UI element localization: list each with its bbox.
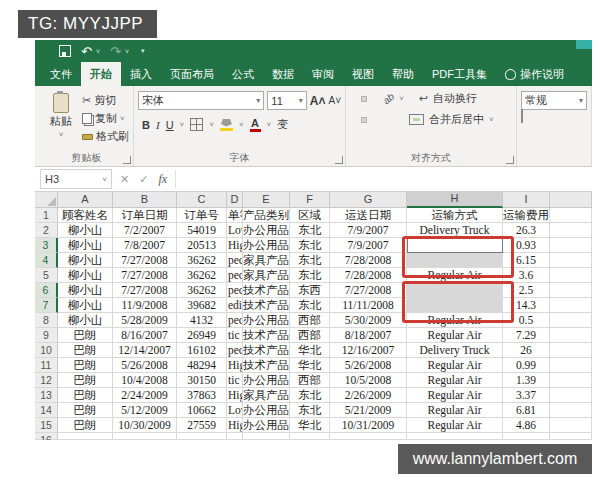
cell-E3[interactable]: 办公用品 xyxy=(243,238,290,253)
cell-C8[interactable]: 4132 xyxy=(177,313,227,328)
cell-D7[interactable]: ediu xyxy=(227,298,243,313)
row-header-5[interactable]: 5 xyxy=(35,268,58,283)
row-header-13[interactable]: 13 xyxy=(35,388,58,403)
cell-H4[interactable] xyxy=(407,253,503,268)
cell-E5[interactable]: 家具产品 xyxy=(243,268,290,283)
cell-A16[interactable] xyxy=(58,433,113,440)
column-header-B[interactable]: B xyxy=(113,192,177,208)
redo-dropdown-icon[interactable]: ˅ xyxy=(125,48,129,55)
tab-开始[interactable]: 开始 xyxy=(81,62,121,86)
row-header-12[interactable]: 12 xyxy=(35,373,58,388)
cell-H2[interactable]: Delivery Truck xyxy=(407,223,503,238)
cell-G1[interactable]: 运送日期 xyxy=(330,208,407,223)
tab-页面布局[interactable]: 页面布局 xyxy=(161,62,223,86)
borders-button[interactable] xyxy=(190,118,203,131)
cell-H1[interactable]: 运输方式 xyxy=(407,208,503,223)
cell-I6[interactable]: 2.5 xyxy=(503,283,550,298)
cell-B14[interactable]: 5/12/2009 xyxy=(113,403,177,418)
cell-G2[interactable]: 7/9/2007 xyxy=(330,223,407,238)
cell-C10[interactable]: 16102 xyxy=(177,343,227,358)
font-name-combo[interactable]: 宋体 ▾ xyxy=(138,91,264,110)
cell-H12[interactable]: Regular Air xyxy=(407,373,503,388)
cell-A7[interactable]: 柳小山 xyxy=(58,298,113,313)
cell-E4[interactable]: 家具产品 xyxy=(243,253,290,268)
row-header-10[interactable]: 10 xyxy=(35,343,58,358)
column-header-E[interactable]: E xyxy=(243,192,290,208)
row-header-11[interactable]: 11 xyxy=(35,358,58,373)
cell-C16[interactable] xyxy=(177,433,227,440)
cell-E7[interactable]: 技术产品 xyxy=(243,298,290,313)
cell-H8[interactable]: Regular Air xyxy=(407,313,503,328)
cell-I3[interactable]: 0.93 xyxy=(503,238,550,253)
cell-I5[interactable]: 3.6 xyxy=(503,268,550,283)
orientation-button[interactable]: ab xyxy=(381,91,397,107)
cell-I13[interactable]: 3.37 xyxy=(503,388,550,403)
cell-G7[interactable]: 11/11/2008 xyxy=(330,298,407,313)
undo-dropdown-icon[interactable]: ˅ xyxy=(96,48,100,55)
cell-B12[interactable]: 10/4/2008 xyxy=(113,373,177,388)
cell-G6[interactable]: 7/27/2008 xyxy=(330,283,407,298)
save-icon[interactable] xyxy=(59,45,71,57)
tab-文件[interactable]: 文件 xyxy=(41,62,81,86)
cell-F4[interactable]: 东北 xyxy=(290,253,330,268)
cell-C6[interactable]: 36262 xyxy=(177,283,227,298)
cell-C2[interactable]: 54019 xyxy=(177,223,227,238)
align-middle-button[interactable] xyxy=(361,96,367,102)
cell-G12[interactable]: 10/5/2008 xyxy=(330,373,407,388)
shrink-font-button[interactable]: A˅ xyxy=(328,95,341,106)
cell-B13[interactable]: 2/24/2009 xyxy=(113,388,177,403)
paste-button[interactable]: 粘贴 ˅ xyxy=(44,91,78,152)
align-top-button[interactable] xyxy=(350,96,356,102)
cell-I8[interactable]: 0.5 xyxy=(503,313,550,328)
cell-G16[interactable] xyxy=(330,433,407,440)
cell-E2[interactable]: 办公用品 xyxy=(243,223,290,238)
cell-E11[interactable]: 技术产品 xyxy=(243,358,290,373)
cell-D14[interactable]: Low xyxy=(227,403,243,418)
cell-D2[interactable]: Low xyxy=(227,223,243,238)
cell-E14[interactable]: 办公用品 xyxy=(243,403,290,418)
cell-F16[interactable] xyxy=(290,433,330,440)
borders-dropdown-icon[interactable]: ˅ xyxy=(209,120,214,129)
column-header-D[interactable]: D xyxy=(227,192,243,208)
underline-dropdown-icon[interactable]: ˅ xyxy=(180,120,185,129)
cell-I16[interactable] xyxy=(503,433,550,440)
cell-F15[interactable]: 华北 xyxy=(290,418,330,433)
cell-I2[interactable]: 26.3 xyxy=(503,223,550,238)
row-header-3[interactable]: 3 xyxy=(35,238,58,253)
tab-数据[interactable]: 数据 xyxy=(263,62,303,86)
font-name-dropdown-icon[interactable]: ▾ xyxy=(256,96,260,105)
cell-D4[interactable]: pec xyxy=(227,253,243,268)
fill-color-button[interactable] xyxy=(220,119,233,131)
grow-font-button[interactable]: A˄ xyxy=(310,94,326,108)
cell-H6[interactable] xyxy=(407,283,503,298)
cell-D8[interactable]: pec xyxy=(227,313,243,328)
italic-button[interactable]: I xyxy=(156,119,160,131)
copy-button[interactable]: 复制 ˅ xyxy=(82,111,129,126)
cell-A8[interactable]: 柳小山 xyxy=(58,313,113,328)
cell-A9[interactable]: 巴朗 xyxy=(58,328,113,343)
cell-I1[interactable]: 运输费用 xyxy=(503,208,550,223)
cell-E8[interactable]: 办公用品 xyxy=(243,313,290,328)
tab-审阅[interactable]: 审阅 xyxy=(303,62,343,86)
tab-视图[interactable]: 视图 xyxy=(343,62,383,86)
merge-center-button[interactable]: 合并后居中 xyxy=(429,112,484,127)
copy-dropdown-icon[interactable]: ˅ xyxy=(120,114,125,123)
cell-H9[interactable]: Regular Air xyxy=(407,328,503,343)
cell-I14[interactable]: 6.81 xyxy=(503,403,550,418)
number-format-combo[interactable]: 常规 ▾ xyxy=(521,91,587,110)
cell-G3[interactable]: 7/9/2007 xyxy=(330,238,407,253)
row-header-16[interactable]: 16 xyxy=(35,433,58,440)
cell-C9[interactable]: 26949 xyxy=(177,328,227,343)
cell-H14[interactable]: Regular Air xyxy=(407,403,503,418)
column-header-G[interactable]: G xyxy=(330,192,407,208)
cell-F1[interactable]: 区域 xyxy=(290,208,330,223)
column-header-I[interactable]: I xyxy=(503,192,550,208)
paste-dropdown-icon[interactable]: ˅ xyxy=(59,130,64,139)
undo-button[interactable]: ↶ xyxy=(81,44,92,59)
decrease-indent-button[interactable] xyxy=(383,117,389,123)
cell-H15[interactable]: Regular Air xyxy=(407,418,503,433)
orientation-dropdown-icon[interactable]: ˅ xyxy=(399,94,404,103)
cell-C7[interactable]: 39682 xyxy=(177,298,227,313)
cell-E15[interactable]: 办公用品 xyxy=(243,418,290,433)
cell-B9[interactable]: 8/16/2007 xyxy=(113,328,177,343)
